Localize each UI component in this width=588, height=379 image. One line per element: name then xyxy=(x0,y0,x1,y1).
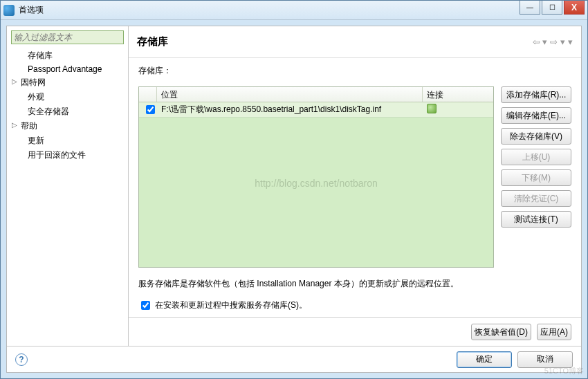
cancel-button[interactable]: 取消 xyxy=(517,351,573,368)
nav-forward-icon[interactable]: ⇨ ▾ xyxy=(550,37,565,47)
dialog-footer: ? 确定 取消 xyxy=(7,346,581,372)
titlebar[interactable]: 首选项 — ☐ X xyxy=(1,1,587,20)
table-header: 位置 连接 xyxy=(139,87,493,102)
service-search-label: 在安装和更新过程中搜索服务存储库(S)。 xyxy=(155,299,307,311)
service-search-checkbox[interactable] xyxy=(141,301,150,310)
content: 存储库 Passport Advantage ▷因特网 外观 安全存储器 ▷帮助… xyxy=(6,26,582,373)
row-location: F:\迅雷下载\was.repo.8550.basetrial_part1\di… xyxy=(157,102,423,117)
app-icon xyxy=(3,5,15,16)
header-nav: ⇦ ▾ ⇨ ▾ ▾ xyxy=(533,37,573,47)
col-check xyxy=(139,87,157,102)
help-icon[interactable]: ? xyxy=(15,353,28,366)
page-title: 存储库 xyxy=(137,35,533,48)
minimize-button[interactable]: — xyxy=(520,1,540,15)
tree-item-help[interactable]: ▷帮助 xyxy=(10,119,125,133)
table-body[interactable]: F:\迅雷下载\was.repo.8550.basetrial_part1\di… xyxy=(139,102,493,267)
tree-item-passport[interactable]: Passport Advantage xyxy=(10,63,125,75)
repository-list-label: 存储库： xyxy=(138,65,571,77)
clear-credentials-button[interactable]: 清除凭证(C) xyxy=(501,190,571,207)
tree-item-secure-storage[interactable]: 安全存储器 xyxy=(10,104,125,119)
expand-icon[interactable]: ▷ xyxy=(11,121,18,129)
test-connection-button[interactable]: 测试连接(T) xyxy=(501,211,571,228)
filter-input[interactable] xyxy=(11,30,124,44)
expand-icon[interactable]: ▷ xyxy=(11,77,18,85)
page-buttons: 恢复缺省值(D) 应用(A) xyxy=(129,317,581,346)
filter-wrap xyxy=(11,30,124,44)
description-text: 服务存储库是存储软件包（包括 Installation Manager 本身）的… xyxy=(138,277,571,290)
service-search-row[interactable]: 在安装和更新过程中搜索服务存储库(S)。 xyxy=(138,299,571,312)
watermark-text: http://blog.csdn.net/notbaron xyxy=(255,178,377,189)
tree-item-repository[interactable]: 存储库 xyxy=(10,48,125,63)
preferences-window: 首选项 — ☐ X 存储库 Passport Advantage ▷因特网 外观… xyxy=(0,0,588,379)
tree-item-update[interactable]: 更新 xyxy=(10,133,125,148)
nav-menu-icon[interactable]: ▾ xyxy=(568,37,573,47)
sidebar: 存储库 Passport Advantage ▷因特网 外观 安全存储器 ▷帮助… xyxy=(7,26,129,346)
connection-ok-icon xyxy=(427,104,437,113)
row-checkbox[interactable] xyxy=(146,105,155,114)
restore-defaults-button[interactable]: 恢复缺省值(D) xyxy=(471,324,531,340)
remove-repo-button[interactable]: 除去存储库(V) xyxy=(501,128,571,145)
table-row[interactable]: F:\迅雷下载\was.repo.8550.basetrial_part1\di… xyxy=(139,102,493,118)
col-connection[interactable]: 连接 xyxy=(423,87,478,102)
close-button[interactable]: X xyxy=(564,1,585,15)
add-repo-button[interactable]: 添加存储库(R)... xyxy=(501,86,571,103)
tree-item-appearance[interactable]: 外观 xyxy=(10,90,125,104)
maximize-button[interactable]: ☐ xyxy=(542,1,562,15)
nav-back-icon[interactable]: ⇦ ▾ xyxy=(533,37,548,47)
repository-buttons: 添加存储库(R)... 编辑存储库(E)... 除去存储库(V) 上移(U) 下… xyxy=(501,86,571,268)
apply-button[interactable]: 应用(A) xyxy=(537,324,571,340)
window-buttons: — ☐ X xyxy=(518,1,585,15)
main-panel: 存储库 ⇦ ▾ ⇨ ▾ ▾ 存储库： 位置 连接 xyxy=(129,26,581,346)
col-location[interactable]: 位置 xyxy=(157,87,423,102)
repository-table[interactable]: 位置 连接 F:\迅雷下载\was.repo.8550.basetrial_pa… xyxy=(138,86,494,268)
tree-item-internet[interactable]: ▷因特网 xyxy=(10,75,125,90)
main-header: 存储库 ⇦ ▾ ⇨ ▾ ▾ xyxy=(129,26,581,58)
preferences-tree[interactable]: 存储库 Passport Advantage ▷因特网 外观 安全存储器 ▷帮助… xyxy=(7,47,128,342)
move-up-button[interactable]: 上移(U) xyxy=(501,149,571,165)
tree-item-rollback-files[interactable]: 用于回滚的文件 xyxy=(10,148,125,163)
window-title: 首选项 xyxy=(19,4,585,16)
edit-repo-button[interactable]: 编辑存储库(E)... xyxy=(501,107,571,124)
ok-button[interactable]: 确定 xyxy=(457,351,512,368)
move-down-button[interactable]: 下移(M) xyxy=(501,169,571,186)
col-spacer xyxy=(478,87,493,102)
